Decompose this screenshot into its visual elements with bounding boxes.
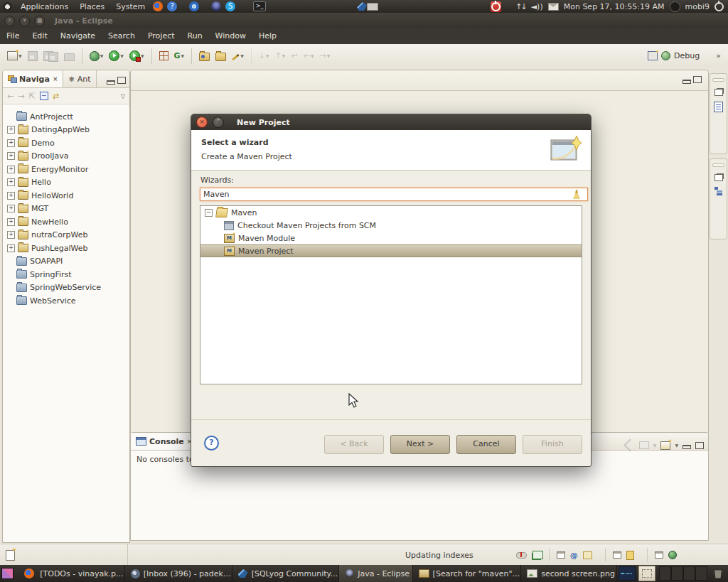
wizard-filter-input[interactable] bbox=[200, 188, 588, 201]
console-maximize-icon[interactable] bbox=[695, 442, 704, 449]
expander-icon[interactable]: + bbox=[7, 231, 15, 239]
tree-row[interactable]: WebService bbox=[3, 294, 129, 308]
tree-row[interactable]: +Hello bbox=[3, 176, 129, 190]
menu-project[interactable]: Project bbox=[141, 28, 181, 44]
system-monitor-applet[interactable] bbox=[619, 566, 636, 581]
network-icon[interactable]: ↑↓ bbox=[515, 2, 525, 11]
next-button[interactable]: Next > bbox=[390, 435, 450, 454]
taskbar-item-active[interactable]: Java - Eclipse bbox=[339, 565, 412, 582]
tab-ant[interactable]: ✱ Ant bbox=[63, 70, 96, 87]
window-minimize-icon[interactable]: ▾ bbox=[19, 16, 30, 26]
open-console-icon[interactable] bbox=[660, 441, 670, 450]
menu-edit[interactable]: Edit bbox=[26, 28, 53, 44]
eclipse-launcher-icon[interactable] bbox=[211, 1, 221, 11]
menu-search[interactable]: Search bbox=[102, 28, 141, 44]
tree-row[interactable]: +Demo bbox=[3, 136, 129, 150]
menu-help[interactable]: Help bbox=[252, 28, 283, 44]
expander-icon[interactable]: + bbox=[7, 152, 15, 160]
trim-window-icon[interactable] bbox=[557, 551, 565, 559]
menu-window[interactable]: Window bbox=[209, 28, 252, 44]
taskbar-item[interactable]: second screen.png bbox=[521, 565, 617, 582]
open-perspective-icon[interactable] bbox=[648, 51, 658, 60]
clock[interactable]: Mon Sep 17, 10:55:19 AM bbox=[564, 2, 665, 11]
link-editor-icon[interactable]: ⇄ bbox=[53, 92, 59, 101]
menu-navigate[interactable]: Navigate bbox=[54, 28, 102, 44]
task-list-view-icon[interactable] bbox=[714, 187, 723, 195]
editor-minimize-icon[interactable] bbox=[682, 80, 691, 84]
sqlyog-indicator-icon[interactable] bbox=[357, 2, 367, 11]
tree-row[interactable]: +NewHello bbox=[3, 215, 129, 229]
tree-row[interactable]: +nutraCorpWeb bbox=[3, 229, 129, 242]
tab-navigator[interactable]: Naviga × bbox=[3, 70, 63, 87]
tree-row[interactable]: +MGT bbox=[3, 203, 129, 216]
outline-view-icon[interactable] bbox=[714, 102, 723, 112]
trim-debug-icon[interactable] bbox=[668, 551, 677, 559]
window-maximize-icon[interactable]: ■ bbox=[34, 16, 45, 26]
fastview-toggle-icon[interactable] bbox=[6, 550, 15, 561]
user-menu-icon[interactable] bbox=[670, 1, 680, 12]
wizard-row[interactable]: Checkout Maven Projects from SCM bbox=[200, 219, 582, 232]
expander-icon[interactable]: + bbox=[7, 139, 15, 147]
mail-indicator-icon[interactable] bbox=[548, 3, 559, 11]
collapse-all-icon[interactable]: − bbox=[40, 92, 48, 100]
cancel-button[interactable]: Cancel bbox=[456, 435, 516, 454]
view-maximize-icon[interactable] bbox=[117, 77, 126, 84]
expander-icon[interactable]: + bbox=[7, 218, 15, 226]
open-resource-button[interactable] bbox=[198, 50, 211, 63]
tree-row[interactable]: +DatingAppWeb bbox=[3, 124, 129, 137]
workspace-switcher[interactable] bbox=[659, 566, 707, 581]
tree-row[interactable]: +DroolJava bbox=[3, 150, 129, 163]
trim-window-icon[interactable] bbox=[655, 551, 663, 559]
volume-icon[interactable]: ◄)) bbox=[531, 2, 543, 11]
expander-icon[interactable]: + bbox=[7, 126, 15, 134]
menu-places[interactable]: Places bbox=[74, 2, 110, 11]
view-menu-icon[interactable]: ▽ bbox=[121, 93, 125, 99]
taskbar-item[interactable]: [SQLyog Community... bbox=[232, 565, 340, 582]
wizard-row[interactable]: M Maven Module bbox=[200, 232, 582, 244]
debug-button[interactable]: ▼ bbox=[88, 50, 105, 63]
run-button[interactable]: ▼ bbox=[107, 49, 125, 63]
expander-icon[interactable]: + bbox=[7, 205, 15, 212]
wizard-category-row[interactable]: − Maven bbox=[200, 206, 582, 219]
help-button[interactable]: ? bbox=[204, 436, 219, 451]
window-close-icon[interactable]: × bbox=[4, 16, 15, 26]
terminal-launcher-icon[interactable]: >_ bbox=[253, 1, 266, 11]
collapse-icon[interactable]: − bbox=[205, 209, 213, 217]
dialog-maximize-icon[interactable]: ⌃ bbox=[213, 117, 224, 128]
new-wizard-button[interactable]: ▼ bbox=[6, 50, 23, 62]
shutdown-applet-icon[interactable] bbox=[491, 1, 501, 12]
show-desktop-button[interactable] bbox=[638, 566, 655, 581]
wizard-row-selected[interactable]: M Maven Project bbox=[200, 244, 582, 257]
expander-icon[interactable]: + bbox=[7, 166, 15, 173]
progress-view-icon[interactable] bbox=[532, 551, 543, 559]
trim-export-icon[interactable] bbox=[583, 551, 592, 559]
username[interactable]: mobi9 bbox=[685, 2, 710, 11]
menu-run[interactable]: Run bbox=[181, 28, 209, 44]
trim-at-icon[interactable]: @ bbox=[570, 551, 578, 560]
console-minimize-icon[interactable] bbox=[682, 445, 691, 449]
session-power-icon[interactable] bbox=[714, 2, 724, 11]
coverage-button[interactable]: G▼ bbox=[173, 50, 186, 62]
keyboard-indicator-icon[interactable] bbox=[367, 3, 378, 11]
taskbar-item[interactable]: [Search for "maven"... bbox=[413, 565, 522, 582]
restore-view-icon[interactable] bbox=[714, 89, 723, 96]
menu-system[interactable]: System bbox=[110, 2, 151, 11]
dialog-close-icon[interactable]: × bbox=[196, 117, 208, 128]
tree-row[interactable]: SpringFirst bbox=[3, 268, 129, 281]
debug-perspective-label[interactable]: Debug bbox=[674, 51, 700, 60]
tree-row[interactable]: +EnergyMonitor bbox=[3, 163, 129, 176]
tree-row[interactable]: AntProjectt bbox=[3, 110, 129, 124]
trim-package-icon[interactable] bbox=[626, 551, 634, 560]
expander-icon[interactable]: + bbox=[7, 192, 15, 200]
browser-launcher-icon[interactable] bbox=[189, 1, 199, 11]
expander-icon[interactable]: + bbox=[7, 178, 15, 186]
debug-perspective-icon[interactable] bbox=[661, 51, 670, 60]
run-history-button[interactable]: ▼ bbox=[128, 49, 146, 63]
skype-launcher-icon[interactable]: S bbox=[225, 1, 235, 11]
view-minimize-icon[interactable] bbox=[107, 80, 115, 85]
tree-row[interactable]: +HelloWorld bbox=[3, 189, 129, 203]
open-folder-button[interactable] bbox=[214, 50, 228, 63]
taskbar-item[interactable]: [Inbox (396) - padek... bbox=[125, 565, 232, 582]
restore-view-icon[interactable] bbox=[714, 174, 723, 181]
trim-window-icon[interactable] bbox=[613, 551, 621, 559]
